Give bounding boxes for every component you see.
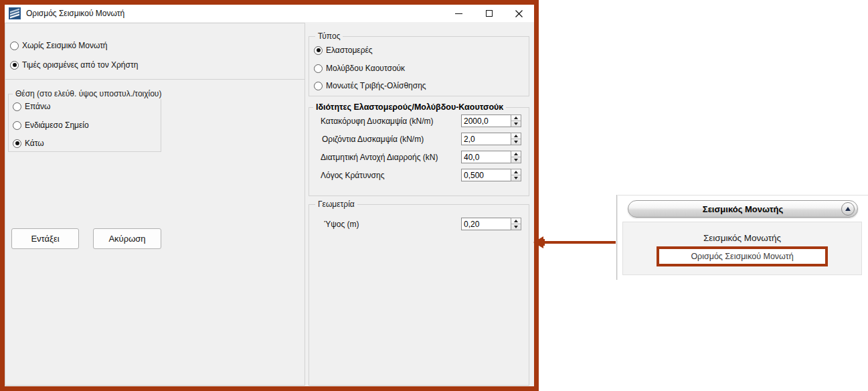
close-icon — [515, 10, 523, 17]
radio-icon — [13, 102, 21, 111]
section-header-title: Σεισμικός Μονωτής — [703, 204, 783, 214]
spinner — [511, 133, 521, 145]
radio-label: Ενδιάμεσο Σημείο — [25, 121, 89, 130]
triangle-up-icon — [514, 171, 518, 173]
hardening-ratio-stepper — [461, 169, 521, 181]
radio-label: Κάτω — [25, 139, 44, 148]
radio-checked-icon — [13, 139, 21, 148]
properties-groupbox: Ιδιότητες Ελαστομερούς/Μολύβδου-Καουτσού… — [309, 107, 529, 196]
side-panel-top-edge — [617, 195, 868, 196]
height-stepper — [461, 218, 521, 230]
maximize-button[interactable] — [474, 5, 504, 22]
seismic-isolator-section-header[interactable]: Σεισμικός Μονωτής — [628, 200, 858, 218]
triangle-down-icon — [514, 141, 518, 143]
triangle-up-icon — [514, 153, 518, 155]
radio-label: Μονωτές Τριβής-Ολίσθησης — [326, 81, 426, 90]
triangle-down-icon — [514, 177, 518, 179]
window-controls — [444, 5, 534, 22]
radio-position-top[interactable]: Επάνω — [13, 102, 50, 111]
spinner — [511, 169, 521, 181]
seismic-isolator-dialog: Ορισμός Σεισμικού Μονωτή Χωρίς Σεισμικό … — [0, 0, 539, 391]
field-label-horizontal-stiffness: Οριζόντια Δυσκαμψία (kN/m) — [322, 135, 424, 144]
horizontal-stiffness-stepper — [461, 133, 521, 145]
radio-icon — [314, 64, 323, 73]
spinner — [511, 114, 521, 127]
properties-groupbox-title: Ιδιότητες Ελαστομερούς/Μολύβδου-Καουτσού… — [313, 102, 506, 112]
triangle-down-icon — [514, 226, 518, 228]
app-layers-icon — [9, 7, 21, 19]
radio-label: Χωρίς Σεισμικό Μονωτή — [22, 41, 108, 50]
spin-down-button[interactable] — [511, 121, 521, 127]
collapse-section-button[interactable] — [841, 202, 855, 216]
annotation-arrow-line — [543, 241, 616, 244]
radio-icon — [10, 42, 19, 50]
geometry-groupbox: Γεωμετρία Ύψος (m) — [309, 204, 529, 386]
spinner — [511, 218, 521, 230]
dialog-client-area: Χωρίς Σεισμικό Μονωτή Τιμές ορισμένες απ… — [5, 22, 534, 386]
spin-up-button[interactable] — [511, 151, 521, 157]
height-input[interactable] — [461, 218, 511, 230]
vertical-stiffness-input[interactable] — [461, 114, 511, 127]
spin-up-button[interactable] — [511, 115, 521, 121]
annotation-arrow-head-icon — [533, 236, 543, 248]
minimize-icon — [455, 13, 462, 14]
define-seismic-isolator-button[interactable]: Ορισμός Σεισμικού Μονωτή — [657, 246, 828, 266]
position-groupbox: Θέση (στο ελεύθ. ύψος υποστυλ./τοιχίου) … — [8, 94, 161, 152]
vertical-stiffness-stepper — [461, 114, 521, 127]
spin-down-button[interactable] — [511, 175, 521, 181]
screenshot-stage: Ορισμός Σεισμικού Μονωτή Χωρίς Σεισμικό … — [0, 0, 868, 391]
radio-user-defined-values[interactable]: Τιμές ορισμένες από τον Χρήστη — [10, 60, 138, 70]
section-body-label: Σεισμικός Μονωτής — [623, 233, 861, 243]
field-label-hardening-ratio: Λόγος Κράτυνσης — [321, 171, 384, 180]
position-groupbox-title: Θέση (στο ελεύθ. ύψος υποστυλ./τοιχίου) — [13, 89, 164, 99]
close-button[interactable] — [504, 5, 534, 22]
spin-up-button[interactable] — [511, 169, 521, 175]
spin-down-button[interactable] — [511, 224, 521, 230]
radio-without-seismic-isolator[interactable]: Χωρίς Σεισμικό Μονωτή — [10, 41, 108, 50]
radio-label: Τιμές ορισμένες από τον Χρήστη — [22, 60, 138, 70]
spinner — [511, 151, 521, 163]
type-groupbox-title: Τύπος — [315, 31, 343, 42]
maximize-icon — [486, 10, 493, 17]
field-label-vertical-stiffness: Κατακόρυφη Δυσκαμψία (kN/m) — [321, 116, 434, 126]
dialog-title: Ορισμός Σεισμικού Μονωτή — [26, 9, 124, 18]
spin-up-button[interactable] — [511, 218, 521, 224]
triangle-up-icon — [514, 135, 518, 137]
radio-label: Μολύβδου Καουτσούκ — [326, 64, 405, 73]
cancel-button[interactable]: Ακύρωση — [93, 228, 161, 249]
minimize-button[interactable] — [444, 5, 474, 22]
radio-position-intermediate[interactable]: Ενδιάμεσο Σημείο — [13, 121, 89, 130]
radio-type-elastomeric[interactable]: Ελαστομερές — [314, 46, 373, 55]
spin-up-button[interactable] — [511, 133, 521, 139]
radio-label: Επάνω — [25, 102, 50, 111]
spin-down-button[interactable] — [511, 139, 521, 145]
ok-button[interactable]: Εντάξει — [11, 228, 79, 249]
horizontal-stiffness-input[interactable] — [461, 133, 511, 145]
type-groupbox: Τύπος Ελαστομερές Μολύβδου Καουτσούκ Μον… — [309, 36, 529, 96]
chevron-up-icon — [845, 207, 851, 211]
shear-yield-strength-stepper — [461, 151, 521, 163]
radio-position-bottom[interactable]: Κάτω — [13, 139, 44, 148]
radio-type-lead-rubber[interactable]: Μολύβδου Καουτσούκ — [314, 64, 405, 73]
radio-checked-icon — [10, 61, 19, 70]
radio-checked-icon — [314, 46, 323, 55]
seismic-isolator-section-body: Σεισμικός Μονωτής Ορισμός Σεισμικού Μονω… — [622, 222, 862, 275]
triangle-up-icon — [514, 116, 518, 119]
left-lower-panel: Θέση (στο ελεύθ. ύψος υποστυλ./τοιχίου) … — [5, 79, 305, 386]
side-panel-left-edge — [616, 195, 618, 280]
triangle-down-icon — [514, 123, 518, 125]
field-label-height: Ύψος (m) — [324, 220, 359, 229]
radio-label: Ελαστομερές — [326, 46, 373, 55]
field-label-shear-yield-strength: Διατμητική Αντοχή Διαρροής (kN) — [321, 153, 438, 162]
spin-down-button[interactable] — [511, 157, 521, 163]
radio-icon — [13, 121, 21, 130]
hardening-ratio-input[interactable] — [461, 169, 511, 181]
geometry-groupbox-title: Γεωμετρία — [315, 200, 357, 210]
triangle-down-icon — [514, 159, 518, 161]
shear-yield-strength-input[interactable] — [461, 151, 511, 163]
radio-icon — [314, 82, 323, 90]
triangle-up-icon — [514, 220, 518, 222]
radio-type-friction-sliding[interactable]: Μονωτές Τριβής-Ολίσθησης — [314, 81, 426, 90]
define-seismic-isolator-button-label: Ορισμός Σεισμικού Μονωτή — [691, 252, 793, 261]
isolator-mode-groupbox: Χωρίς Σεισμικό Μονωτή Τιμές ορισμένες απ… — [5, 23, 305, 80]
